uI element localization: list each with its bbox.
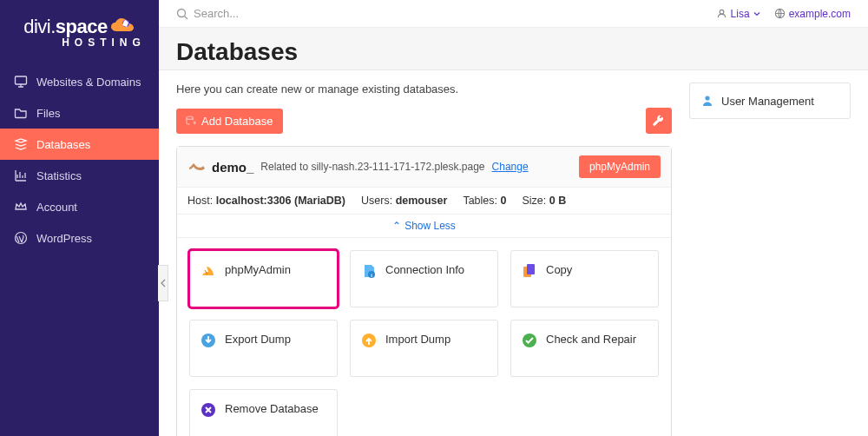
tile-import-dump[interactable]: Import Dump	[350, 320, 498, 377]
chevron-up-icon: ⌃	[392, 220, 401, 232]
sidebar-item-account[interactable]: Account	[0, 191, 159, 222]
brand-logo: divi. space HOSTING	[0, 0, 159, 66]
svg-point-3	[178, 9, 186, 17]
tile-label: Check and Repair	[546, 333, 636, 346]
search-box[interactable]: Search...	[176, 7, 716, 20]
db-host: Host: localhost:3306 (MariaDB)	[187, 195, 345, 207]
db-related-text: Related to silly-nash.23-111-171-172.ple…	[260, 161, 484, 173]
sidebar-item-files[interactable]: Files	[0, 97, 159, 129]
info-icon: i	[361, 263, 377, 279]
search-icon	[176, 8, 188, 20]
domain-label: example.com	[789, 8, 851, 20]
monitor-icon	[14, 75, 28, 89]
user-management-card[interactable]: User Management	[689, 83, 851, 119]
globe-icon	[774, 8, 786, 19]
page-header: Databases	[159, 28, 868, 70]
chevron-left-icon	[161, 279, 166, 287]
add-database-button[interactable]: Add Database	[176, 109, 283, 134]
db-change-link[interactable]: Change	[492, 161, 529, 173]
search-placeholder: Search...	[194, 7, 239, 20]
chart-icon	[14, 168, 28, 182]
sidebar: divi. space HOSTING Websites & Domains F…	[0, 0, 159, 436]
tile-label: Connection Info	[385, 263, 464, 276]
phpmyadmin-header-button[interactable]: phpMyAdmin	[579, 155, 661, 178]
wordpress-icon	[14, 231, 28, 245]
svg-rect-10	[527, 264, 535, 274]
add-database-label: Add Database	[201, 115, 273, 128]
tile-connection-info[interactable]: i Connection Info	[350, 250, 498, 307]
user-mgmt-label: User Management	[721, 95, 814, 108]
sidebar-item-label: Files	[36, 107, 60, 120]
user-menu[interactable]: Lisa	[716, 8, 760, 20]
seal-icon	[187, 161, 205, 173]
wrench-icon	[652, 114, 666, 128]
topbar: Search... Lisa example.com	[159, 0, 868, 28]
sidebar-collapse-toggle[interactable]	[158, 265, 168, 301]
sidebar-item-wordpress[interactable]: WordPress	[0, 222, 159, 254]
page-title: Databases	[176, 38, 851, 66]
database-card: demo_ Related to silly-nash.23-111-171-1…	[176, 146, 672, 436]
db-users: Users: demouser	[361, 195, 447, 207]
tile-label: Remove Database	[225, 402, 319, 415]
remove-icon	[201, 402, 216, 418]
tile-label: Copy	[546, 263, 572, 276]
show-less-toggle[interactable]: ⌃Show Less	[177, 215, 671, 238]
copy-icon	[522, 263, 537, 279]
user-icon	[716, 8, 727, 19]
tile-phpmyadmin[interactable]: phpMyAdmin	[189, 250, 338, 307]
svg-rect-1	[16, 76, 27, 84]
tile-copy[interactable]: Copy	[510, 250, 659, 307]
import-icon	[361, 333, 377, 348]
db-plus-icon	[185, 116, 196, 127]
db-tables: Tables: 0	[463, 195, 506, 207]
user-name: Lisa	[731, 8, 750, 20]
brand-part1: divi.	[23, 16, 56, 38]
check-icon	[522, 333, 537, 348]
tile-export-dump[interactable]: Export Dump	[189, 320, 338, 377]
sidebar-item-statistics[interactable]: Statistics	[0, 160, 159, 191]
stack-icon	[14, 137, 28, 151]
db-action-tiles: phpMyAdmin i Connection Info Copy Ex	[177, 238, 671, 436]
sidebar-item-label: Statistics	[36, 169, 82, 182]
sidebar-item-websites[interactable]: Websites & Domains	[0, 66, 159, 97]
db-name: demo_	[212, 160, 253, 175]
crown-icon	[14, 200, 28, 214]
svg-point-15	[705, 96, 709, 100]
svg-point-6	[187, 116, 193, 119]
pma-icon	[201, 263, 216, 279]
db-meta-row: Host: localhost:3306 (MariaDB) Users: de…	[177, 188, 671, 215]
sidebar-item-databases[interactable]: Databases	[0, 129, 159, 160]
tools-button[interactable]	[646, 108, 672, 134]
user-mgmt-icon	[700, 94, 714, 108]
domain-link[interactable]: example.com	[774, 8, 851, 20]
brand-part2: space	[56, 16, 108, 38]
tile-label: Export Dump	[225, 333, 291, 346]
tile-label: Import Dump	[385, 333, 450, 346]
tile-label: phpMyAdmin	[225, 263, 291, 276]
sidebar-item-label: WordPress	[36, 232, 92, 245]
sidebar-item-label: Account	[36, 201, 77, 214]
tile-check-repair[interactable]: Check and Repair	[510, 320, 659, 377]
page-intro: Here you can create new or manage existi…	[176, 83, 672, 96]
db-size: Size: 0 B	[522, 195, 566, 207]
chevron-down-icon	[753, 10, 760, 17]
db-card-header: demo_ Related to silly-nash.23-111-171-1…	[177, 147, 671, 188]
tile-remove-database[interactable]: Remove Database	[189, 389, 338, 436]
export-icon	[201, 333, 216, 348]
folder-icon	[14, 106, 28, 120]
sidebar-item-label: Databases	[36, 138, 90, 151]
nav-list: Websites & Domains Files Databases Stati…	[0, 66, 159, 254]
svg-point-4	[720, 10, 724, 14]
brand-sub: HOSTING	[62, 36, 146, 49]
sidebar-item-label: Websites & Domains	[36, 76, 141, 89]
cloud-rocket-icon	[109, 17, 135, 36]
main-area: Search... Lisa example.com Databases Her…	[159, 0, 868, 436]
